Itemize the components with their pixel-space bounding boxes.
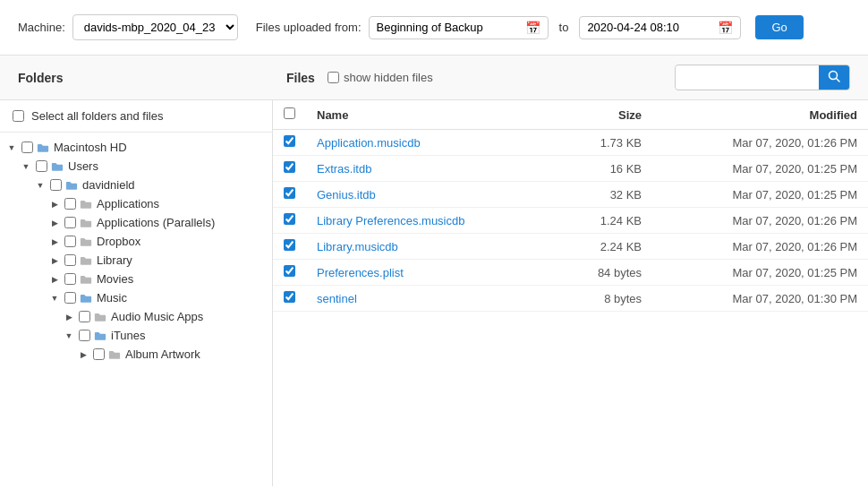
tree-arrow-library[interactable] [48, 254, 61, 267]
tree-item-audio-music-apps[interactable]: Audio Music Apps [0, 307, 272, 326]
file-size-sentinel: 8 bytes [556, 286, 652, 312]
file-name-application-musicdb[interactable]: Application.musicdb [317, 136, 421, 150]
tree-arrow-itunes[interactable] [63, 330, 75, 342]
folder-icon-music [80, 293, 92, 304]
date-from-input[interactable] [377, 21, 520, 34]
table-row: Extras.itdb16 KBMar 07, 2020, 01:25 PM [273, 156, 868, 182]
table-row: Application.musicdb1.73 KBMar 07, 2020, … [273, 130, 868, 156]
file-table-header-row: Name Size Modified [273, 100, 868, 130]
body-panels: Select all folders and files Macintosh H… [0, 100, 868, 486]
tree-checkbox-audio-music-apps[interactable] [79, 311, 90, 322]
file-modified-extras-itdb: Mar 07, 2020, 01:25 PM [652, 156, 868, 182]
col-size-header: Size [556, 100, 652, 130]
tree-checkbox-library[interactable] [64, 254, 76, 266]
tree-item-davidnield[interactable]: davidnield [0, 176, 272, 194]
folder-icon-album-artwork [108, 349, 121, 360]
calendar-from-icon[interactable]: 📅 [525, 21, 540, 35]
folder-icon-library [80, 255, 92, 266]
tree-arrow-applications[interactable] [48, 198, 61, 210]
select-all-label[interactable]: Select all folders and files [31, 109, 163, 123]
tree-item-dropbox[interactable]: Dropbox [0, 232, 272, 251]
tree-item-applications[interactable]: Applications [0, 194, 272, 213]
file-modified-sentinel: Mar 07, 2020, 01:30 PM [652, 286, 868, 312]
col-check-header [273, 100, 306, 130]
file-checkbox-library-musicdb[interactable] [284, 239, 295, 251]
tree-arrow-album-artwork[interactable] [77, 348, 89, 361]
file-checkbox-preferences-plist[interactable] [284, 265, 295, 277]
folder-icon-macintosh-hd [37, 142, 49, 153]
tree-arrow-applications-parallels[interactable] [48, 217, 61, 229]
tree-checkbox-users[interactable] [36, 160, 47, 172]
col-modified-header: Modified [652, 100, 868, 130]
show-hidden-checkbox[interactable] [328, 72, 339, 83]
tree-checkbox-movies[interactable] [64, 273, 76, 285]
folder-icon-davidnield [65, 180, 78, 191]
search-input[interactable] [676, 66, 819, 89]
file-name-sentinel[interactable]: sentinel [317, 292, 357, 305]
tree-checkbox-dropbox[interactable] [64, 236, 76, 247]
search-wrap [675, 64, 850, 90]
col-name-header: Name [306, 100, 556, 130]
tree-arrow-audio-music-apps[interactable] [63, 311, 75, 323]
folder-panel: Select all folders and files Macintosh H… [0, 100, 273, 486]
tree-item-itunes[interactable]: iTunes [0, 326, 272, 345]
file-name-library-prefs-musicdb[interactable]: Library Preferences.musicdb [317, 214, 464, 227]
file-checkbox-sentinel[interactable] [284, 291, 295, 303]
file-checkbox-library-prefs-musicdb[interactable] [284, 213, 295, 225]
tree-arrow-dropbox[interactable] [48, 236, 61, 248]
file-name-genius-itdb[interactable]: Genius.itdb [317, 188, 376, 202]
tree-arrow-users[interactable] [20, 160, 32, 173]
date-to-input[interactable] [587, 21, 712, 34]
svg-line-1 [837, 79, 840, 82]
files-uploaded-label: Files uploaded from: [256, 21, 362, 34]
tree-item-applications-parallels[interactable]: Applications (Parallels) [0, 213, 272, 232]
machine-label: Machine: [18, 21, 65, 34]
search-icon [828, 70, 840, 82]
tree-arrow-movies[interactable] [48, 273, 61, 286]
files-section-header: Files show hidden files [286, 64, 850, 90]
file-checkbox-genius-itdb[interactable] [284, 187, 295, 199]
show-hidden-wrap: show hidden files [328, 71, 433, 84]
date-to-wrap: 📅 [579, 16, 741, 39]
file-name-preferences-plist[interactable]: Preferences.plist [317, 266, 404, 279]
file-name-extras-itdb[interactable]: Extras.itdb [317, 162, 371, 176]
search-button[interactable] [819, 65, 849, 90]
tree-item-music[interactable]: Music [0, 288, 272, 307]
table-row: Preferences.plist84 bytesMar 07, 2020, 0… [273, 260, 868, 286]
tree-checkbox-music[interactable] [64, 292, 76, 304]
tree-item-users[interactable]: Users [0, 157, 272, 176]
folder-icon-audio-music-apps [94, 312, 106, 322]
tree-arrow-davidnield[interactable] [34, 179, 47, 192]
tree-item-library[interactable]: Library [0, 251, 272, 270]
tree-label-audio-music-apps: Audio Music Apps [111, 310, 203, 323]
tree-checkbox-macintosh-hd[interactable] [21, 142, 33, 153]
file-checkbox-extras-itdb[interactable] [284, 161, 295, 173]
tree-checkbox-album-artwork[interactable] [93, 348, 105, 360]
tree-checkbox-applications-parallels[interactable] [64, 217, 76, 228]
file-size-genius-itdb: 32 KB [556, 182, 652, 208]
file-name-library-musicdb[interactable]: Library.musicdb [317, 240, 398, 253]
tree-item-macintosh-hd[interactable]: Macintosh HD [0, 138, 272, 157]
tree-checkbox-itunes[interactable] [79, 330, 90, 341]
tree-label-itunes: iTunes [111, 329, 146, 342]
tree-item-movies[interactable]: Movies [0, 270, 272, 288]
go-button[interactable]: Go [755, 15, 803, 39]
calendar-to-icon[interactable]: 📅 [718, 21, 733, 35]
tree-label-macintosh-hd: Macintosh HD [54, 141, 127, 154]
file-checkbox-application-musicdb[interactable] [284, 135, 295, 147]
table-row: Library.musicdb2.24 KBMar 07, 2020, 01:2… [273, 234, 868, 260]
tree-checkbox-applications[interactable] [64, 198, 76, 210]
tree-label-library: Library [97, 253, 132, 267]
select-all-files-checkbox[interactable] [284, 107, 295, 119]
tree-checkbox-davidnield[interactable] [50, 179, 62, 191]
tree-label-applications: Applications [97, 197, 159, 210]
tree-arrow-music[interactable] [48, 292, 61, 305]
tree-label-music: Music [97, 291, 127, 305]
select-all-checkbox[interactable] [13, 110, 24, 122]
folder-icon-dropbox [80, 236, 92, 247]
to-label: to [559, 21, 569, 34]
tree-arrow-macintosh-hd[interactable] [5, 142, 18, 154]
show-hidden-label[interactable]: show hidden files [344, 71, 433, 84]
tree-item-album-artwork[interactable]: Album Artwork [0, 345, 272, 364]
machine-select[interactable]: davids-mbp_2020_04_23 [72, 14, 238, 40]
